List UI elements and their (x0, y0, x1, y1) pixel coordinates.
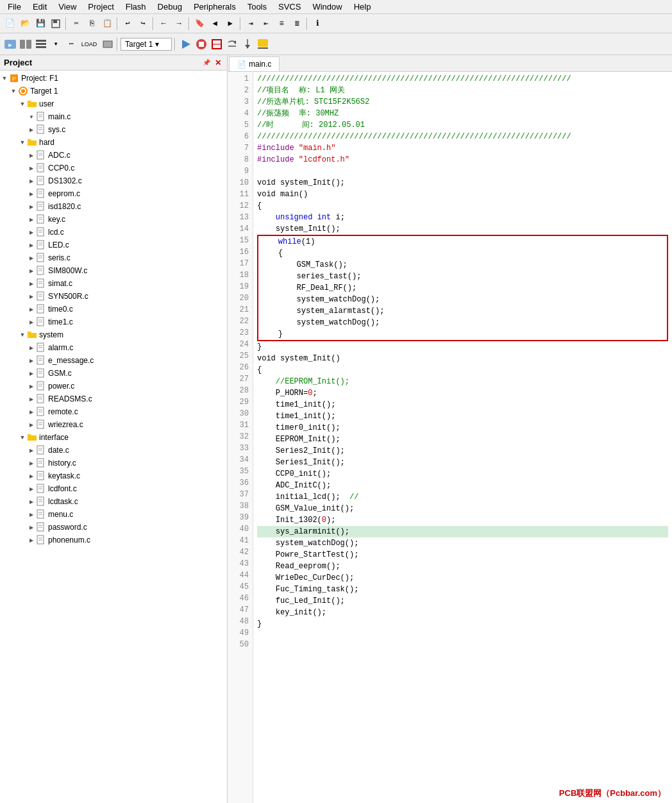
tree-node-alarm-c[interactable]: ▶alarm.c (0, 341, 227, 354)
expander-lcdfont-c[interactable]: ▶ (27, 484, 36, 493)
tree-node-interface-folder[interactable]: ▼interface (0, 431, 227, 444)
expander-project-root[interactable]: ▼ (0, 74, 9, 83)
copy-btn[interactable]: ⎘ (85, 17, 99, 31)
expander-history-c[interactable]: ▶ (27, 459, 36, 468)
indent-btn[interactable]: ⇥ (244, 17, 258, 31)
indent2-btn[interactable]: ≣ (290, 17, 304, 31)
bookmark-btn[interactable]: 🔖 (192, 17, 206, 31)
menu-window[interactable]: Window (307, 1, 347, 13)
expander-remote-c[interactable]: ▶ (27, 407, 36, 416)
tree-node-gsm-c[interactable]: ▶GSM.c (0, 367, 227, 380)
tree-node-main-c[interactable]: ▼main.c (0, 110, 227, 123)
tree-node-emessage-c[interactable]: ▶e_message.c (0, 354, 227, 367)
tree-node-readsms-c[interactable]: ▶READSMS.c (0, 393, 227, 405)
tree-node-system-folder[interactable]: ▼system (0, 328, 227, 341)
expander-main-c[interactable]: ▼ (27, 112, 36, 121)
menu-view[interactable]: View (53, 1, 81, 13)
expander-time0-c[interactable]: ▶ (27, 305, 36, 314)
tree-node-date-c[interactable]: ▶date.c (0, 444, 227, 457)
menu-tools[interactable]: Tools (242, 1, 272, 13)
expander-ccp0-c[interactable]: ▶ (27, 164, 36, 173)
expander-eeprom-c[interactable]: ▶ (27, 189, 36, 198)
tree-node-sim800w-c[interactable]: ▶SIM800W.c (0, 264, 227, 277)
tree-node-project-root[interactable]: ▼PProject: F1 (0, 72, 227, 85)
expander-lcd-c[interactable]: ▶ (27, 228, 36, 237)
indent-all-btn[interactable]: ≡ (274, 17, 289, 31)
save-btn[interactable]: 💾 (33, 17, 47, 31)
expander-sys-c[interactable]: ▶ (27, 125, 36, 134)
expander-date-c[interactable]: ▶ (27, 446, 36, 455)
save-all-btn[interactable] (49, 17, 63, 31)
tree-node-phonenum-c[interactable]: ▶phonenum.c (0, 534, 227, 546)
tree-node-user-folder[interactable]: ▼user (0, 97, 227, 110)
expander-power-c[interactable]: ▶ (27, 382, 36, 391)
back-btn[interactable]: ← (156, 17, 171, 31)
build-btn[interactable]: ▶ (3, 37, 17, 51)
tree-node-adc-c[interactable]: ▶ADC.c (0, 149, 227, 162)
menu-project[interactable]: Project (83, 1, 119, 13)
unindent-btn[interactable]: ⇤ (259, 17, 273, 31)
flash-download-btn[interactable] (255, 37, 269, 51)
menu-help[interactable]: Help (349, 1, 376, 13)
tree-node-history-c[interactable]: ▶history.c (0, 457, 227, 469)
tree-node-power-c[interactable]: ▶power.c (0, 380, 227, 393)
menu-peripherals[interactable]: Peripherals (189, 1, 241, 13)
expander-simat-c[interactable]: ▶ (27, 279, 36, 288)
target-dropdown[interactable]: Target 1 ▾ (121, 38, 172, 51)
tree-node-isd1820-c[interactable]: ▶isd1820.c (0, 200, 227, 213)
expander-alarm-c[interactable]: ▶ (27, 343, 36, 352)
expander-phonenum-c[interactable]: ▶ (27, 536, 36, 545)
expander-wriezrea-c[interactable]: ▶ (27, 420, 36, 429)
next-bookmark-btn[interactable]: ▶ (223, 17, 237, 31)
expander-lcdtask-c[interactable]: ▶ (27, 497, 36, 506)
step-over-btn[interactable] (224, 37, 239, 51)
expander-sim800w-c[interactable]: ▶ (27, 266, 36, 275)
expander-readsms-c[interactable]: ▶ (27, 394, 36, 403)
tree-node-hard-folder[interactable]: ▼hard (0, 136, 227, 149)
expander-adc-c[interactable]: ▶ (27, 151, 36, 160)
tree-node-time1-c[interactable]: ▶time1.c (0, 316, 227, 328)
expander-led-c[interactable]: ▶ (27, 241, 36, 249)
expander-isd1820-c[interactable]: ▶ (27, 202, 36, 211)
tree-node-wriezrea-c[interactable]: ▶wriezrea.c (0, 418, 227, 431)
pin-button[interactable]: 📌 (201, 58, 212, 68)
expander-interface-folder[interactable]: ▼ (18, 433, 27, 442)
expander-system-folder[interactable]: ▼ (18, 330, 27, 339)
expander-key-c[interactable]: ▶ (27, 215, 36, 224)
batch-btn[interactable] (18, 37, 32, 51)
stack-btn[interactable] (33, 37, 47, 51)
menu-debug[interactable]: Debug (153, 1, 187, 13)
menu-svcs[interactable]: SVCS (273, 1, 306, 13)
load-btn[interactable]: LOAD (80, 37, 99, 51)
tree-node-lcdtask-c[interactable]: ▶lcdtask.c (0, 495, 227, 508)
expander-menu-c[interactable]: ▶ (27, 510, 36, 519)
tree-node-lcd-c[interactable]: ▶lcd.c (0, 226, 227, 239)
dropdown-btn[interactable]: ▾ (49, 37, 63, 51)
open-btn[interactable]: 📂 (18, 17, 32, 31)
debug-btn[interactable] (209, 37, 223, 51)
tree-node-menu-c[interactable]: ▶menu.c (0, 508, 227, 521)
info-btn[interactable]: ℹ (310, 17, 324, 31)
tree-node-simat-c[interactable]: ▶simat.c (0, 277, 227, 290)
cut-btn[interactable]: ✂ (69, 17, 83, 31)
menu-file[interactable]: File (3, 1, 26, 13)
undo-btn[interactable]: ↩ (121, 17, 135, 31)
expander-emessage-c[interactable]: ▶ (27, 356, 36, 365)
tree-node-eeprom-c[interactable]: ▶eeprom.c (0, 187, 227, 200)
menu-flash[interactable]: Flash (121, 1, 151, 13)
expander-hard-folder[interactable]: ▼ (18, 138, 27, 147)
tree-node-target1[interactable]: ▼Target 1 (0, 85, 227, 97)
dots-btn[interactable]: ⋯ (64, 37, 78, 51)
chip-btn[interactable] (100, 37, 114, 51)
step-into-btn[interactable] (240, 37, 254, 51)
expander-user-folder[interactable]: ▼ (18, 99, 27, 108)
prev-bookmark-btn[interactable]: ◀ (208, 17, 222, 31)
tree-node-led-c[interactable]: ▶LED.c (0, 239, 227, 251)
new-file-btn[interactable]: 📄 (3, 17, 17, 31)
code-content[interactable]: ////////////////////////////////////////… (253, 72, 672, 803)
expander-password-c[interactable]: ▶ (27, 523, 36, 532)
tree-node-ds1302-c[interactable]: ▶DS1302.c (0, 174, 227, 187)
stop-btn[interactable] (194, 37, 208, 51)
tree-node-syn500r-c[interactable]: ▶SYN500R.c (0, 290, 227, 303)
close-sidebar-button[interactable]: ✕ (213, 58, 223, 68)
